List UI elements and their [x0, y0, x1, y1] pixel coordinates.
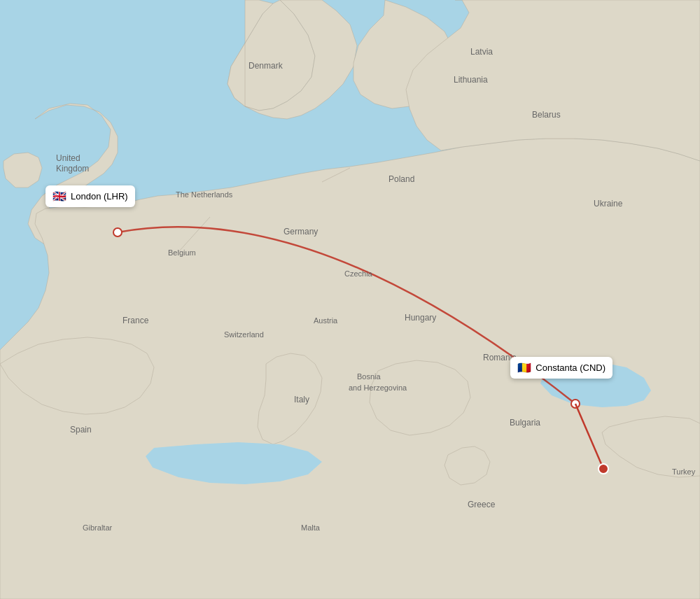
- svg-text:Denmark: Denmark: [248, 61, 284, 71]
- destination-airport-label: 🇷🇴 Constanta (CND): [510, 357, 612, 379]
- svg-text:Turkey: Turkey: [672, 467, 696, 476]
- svg-text:Italy: Italy: [294, 395, 309, 404]
- svg-text:Switzerland: Switzerland: [224, 330, 264, 339]
- svg-text:The Netherlands: The Netherlands: [176, 190, 233, 199]
- svg-text:and Herzegovina: and Herzegovina: [349, 383, 407, 392]
- destination-flag: 🇷🇴: [517, 361, 531, 374]
- map-svg: United Kingdom Denmark Latvia Lithuania …: [0, 0, 700, 599]
- svg-text:Czechia: Czechia: [344, 269, 373, 278]
- svg-text:Gibraltar: Gibraltar: [83, 523, 113, 532]
- svg-text:Malta: Malta: [301, 523, 321, 532]
- svg-text:France: France: [122, 316, 149, 325]
- svg-text:Hungary: Hungary: [405, 313, 436, 323]
- svg-text:Kingdom: Kingdom: [56, 164, 89, 174]
- svg-text:Poland: Poland: [388, 174, 414, 184]
- svg-text:Bosnia: Bosnia: [357, 372, 382, 381]
- svg-point-6: [598, 464, 608, 474]
- svg-text:Germany: Germany: [284, 227, 318, 237]
- svg-point-3: [113, 228, 122, 237]
- svg-text:United: United: [56, 153, 80, 163]
- origin-flag: 🇬🇧: [52, 190, 66, 203]
- svg-text:Lithuania: Lithuania: [454, 75, 488, 85]
- svg-text:Latvia: Latvia: [470, 47, 493, 57]
- svg-text:Greece: Greece: [468, 500, 496, 509]
- destination-label-text: Constanta (CND): [536, 362, 606, 373]
- svg-text:Bulgaria: Bulgaria: [510, 418, 540, 428]
- svg-text:Austria: Austria: [314, 316, 338, 325]
- svg-text:Spain: Spain: [70, 425, 92, 435]
- origin-airport-label: 🇬🇧 London (LHR): [46, 185, 135, 207]
- svg-text:Ukraine: Ukraine: [594, 199, 623, 209]
- svg-text:Belgium: Belgium: [168, 248, 196, 257]
- origin-label-text: London (LHR): [71, 191, 128, 202]
- map-container: United Kingdom Denmark Latvia Lithuania …: [0, 0, 700, 599]
- svg-text:Belarus: Belarus: [532, 110, 561, 120]
